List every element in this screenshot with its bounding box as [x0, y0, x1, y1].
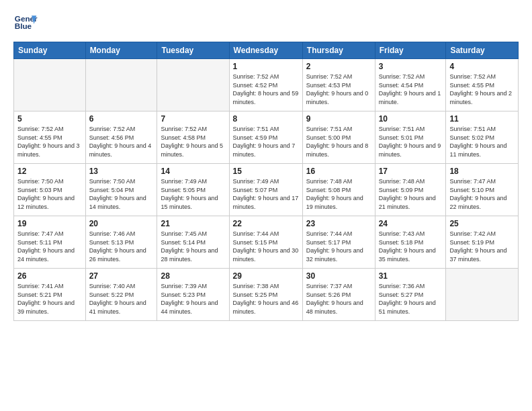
calendar-cell: 22Sunrise: 7:44 AM Sunset: 5:15 PM Dayli…: [229, 216, 302, 269]
day-info: Sunrise: 7:39 AM Sunset: 5:23 PM Dayligh…: [161, 282, 225, 316]
day-number: 21: [161, 219, 225, 228]
day-number: 10: [379, 114, 443, 124]
calendar-cell: 15Sunrise: 7:49 AM Sunset: 5:07 PM Dayli…: [229, 164, 302, 216]
day-info: Sunrise: 7:51 AM Sunset: 4:59 PM Dayligh…: [233, 125, 299, 158]
day-info: Sunrise: 7:51 AM Sunset: 5:02 PM Dayligh…: [449, 125, 515, 158]
calendar-cell: [85, 59, 157, 111]
calendar-cell: [14, 59, 86, 111]
calendar-cell: 31Sunrise: 7:36 AM Sunset: 5:27 PM Dayli…: [375, 269, 446, 321]
day-number: 3: [379, 62, 443, 71]
day-number: 25: [449, 219, 515, 228]
weekday-header-friday: Friday: [375, 42, 446, 59]
day-info: Sunrise: 7:52 AM Sunset: 4:53 PM Dayligh…: [306, 73, 371, 106]
day-info: Sunrise: 7:36 AM Sunset: 5:27 PM Dayligh…: [379, 282, 443, 316]
day-number: 29: [233, 271, 299, 281]
week-row-4: 19Sunrise: 7:47 AM Sunset: 5:11 PM Dayli…: [14, 216, 519, 269]
day-info: Sunrise: 7:52 AM Sunset: 4:55 PM Dayligh…: [17, 125, 82, 158]
day-info: Sunrise: 7:50 AM Sunset: 5:04 PM Dayligh…: [89, 177, 154, 211]
day-number: 16: [306, 167, 371, 176]
logo: General Blue: [13, 11, 38, 35]
calendar-cell: [157, 59, 229, 111]
calendar-cell: 16Sunrise: 7:48 AM Sunset: 5:08 PM Dayli…: [302, 164, 375, 216]
day-number: 4: [449, 62, 515, 71]
day-info: Sunrise: 7:51 AM Sunset: 5:00 PM Dayligh…: [306, 125, 371, 158]
calendar-cell: 10Sunrise: 7:51 AM Sunset: 5:01 PM Dayli…: [375, 111, 446, 164]
day-info: Sunrise: 7:48 AM Sunset: 5:08 PM Dayligh…: [306, 177, 371, 211]
calendar-cell: 14Sunrise: 7:49 AM Sunset: 5:05 PM Dayli…: [157, 164, 229, 216]
day-info: Sunrise: 7:51 AM Sunset: 5:01 PM Dayligh…: [379, 125, 443, 158]
day-info: Sunrise: 7:37 AM Sunset: 5:26 PM Dayligh…: [306, 282, 371, 316]
day-number: 28: [161, 271, 225, 281]
day-number: 6: [89, 114, 154, 124]
calendar-cell: 11Sunrise: 7:51 AM Sunset: 5:02 PM Dayli…: [446, 111, 519, 164]
weekday-header-wednesday: Wednesday: [229, 42, 302, 59]
weekday-header-thursday: Thursday: [302, 42, 375, 59]
calendar-cell: 6Sunrise: 7:52 AM Sunset: 4:56 PM Daylig…: [85, 111, 157, 164]
calendar-cell: 5Sunrise: 7:52 AM Sunset: 4:55 PM Daylig…: [14, 111, 86, 164]
weekday-header-sunday: Sunday: [14, 42, 86, 59]
day-number: 2: [306, 62, 371, 71]
calendar-cell: 20Sunrise: 7:46 AM Sunset: 5:13 PM Dayli…: [85, 216, 157, 269]
calendar-cell: 1Sunrise: 7:52 AM Sunset: 4:52 PM Daylig…: [229, 59, 302, 111]
calendar-cell: 12Sunrise: 7:50 AM Sunset: 5:03 PM Dayli…: [14, 164, 86, 216]
day-number: 7: [161, 114, 225, 124]
day-number: 9: [306, 114, 371, 124]
calendar-cell: 23Sunrise: 7:44 AM Sunset: 5:17 PM Dayli…: [302, 216, 375, 269]
calendar-cell: 13Sunrise: 7:50 AM Sunset: 5:04 PM Dayli…: [85, 164, 157, 216]
header: General Blue: [13, 11, 519, 35]
day-number: 1: [233, 62, 299, 71]
day-number: 15: [233, 167, 299, 176]
calendar-cell: 26Sunrise: 7:41 AM Sunset: 5:21 PM Dayli…: [14, 269, 86, 321]
weekday-header-tuesday: Tuesday: [157, 42, 229, 59]
day-number: 12: [17, 167, 82, 176]
day-number: 18: [449, 167, 515, 176]
day-info: Sunrise: 7:49 AM Sunset: 5:05 PM Dayligh…: [161, 177, 225, 211]
day-number: 13: [89, 167, 154, 176]
calendar-cell: 2Sunrise: 7:52 AM Sunset: 4:53 PM Daylig…: [302, 59, 375, 111]
day-info: Sunrise: 7:44 AM Sunset: 5:17 PM Dayligh…: [306, 230, 371, 263]
calendar-cell: 9Sunrise: 7:51 AM Sunset: 5:00 PM Daylig…: [302, 111, 375, 164]
day-info: Sunrise: 7:43 AM Sunset: 5:18 PM Dayligh…: [379, 230, 443, 263]
day-number: 14: [161, 167, 225, 176]
day-info: Sunrise: 7:52 AM Sunset: 4:56 PM Dayligh…: [89, 125, 154, 158]
day-info: Sunrise: 7:44 AM Sunset: 5:15 PM Dayligh…: [233, 230, 299, 263]
calendar-cell: 30Sunrise: 7:37 AM Sunset: 5:26 PM Dayli…: [302, 269, 375, 321]
day-info: Sunrise: 7:47 AM Sunset: 5:10 PM Dayligh…: [449, 177, 515, 211]
day-info: Sunrise: 7:45 AM Sunset: 5:14 PM Dayligh…: [161, 230, 225, 263]
day-info: Sunrise: 7:50 AM Sunset: 5:03 PM Dayligh…: [17, 177, 82, 211]
calendar-cell: 19Sunrise: 7:47 AM Sunset: 5:11 PM Dayli…: [14, 216, 86, 269]
day-info: Sunrise: 7:47 AM Sunset: 5:11 PM Dayligh…: [17, 230, 82, 263]
day-info: Sunrise: 7:38 AM Sunset: 5:25 PM Dayligh…: [233, 282, 299, 316]
page: General Blue SundayMondayTuesdayWednesda…: [0, 0, 532, 411]
day-number: 26: [17, 271, 82, 281]
day-number: 31: [379, 271, 443, 281]
day-info: Sunrise: 7:52 AM Sunset: 4:54 PM Dayligh…: [379, 73, 443, 106]
calendar-table: SundayMondayTuesdayWednesdayThursdayFrid…: [13, 42, 519, 321]
weekday-header-row: SundayMondayTuesdayWednesdayThursdayFrid…: [14, 42, 519, 59]
day-info: Sunrise: 7:46 AM Sunset: 5:13 PM Dayligh…: [89, 230, 154, 263]
day-number: 17: [379, 167, 443, 176]
day-number: 5: [17, 114, 82, 124]
day-number: 22: [233, 219, 299, 228]
calendar-cell: 29Sunrise: 7:38 AM Sunset: 5:25 PM Dayli…: [229, 269, 302, 321]
calendar-cell: 3Sunrise: 7:52 AM Sunset: 4:54 PM Daylig…: [375, 59, 446, 111]
logo-icon: General Blue: [13, 11, 38, 35]
day-number: 30: [306, 271, 371, 281]
calendar-cell: 24Sunrise: 7:43 AM Sunset: 5:18 PM Dayli…: [375, 216, 446, 269]
calendar-cell: 18Sunrise: 7:47 AM Sunset: 5:10 PM Dayli…: [446, 164, 519, 216]
day-info: Sunrise: 7:52 AM Sunset: 4:52 PM Dayligh…: [233, 73, 299, 106]
calendar-cell: 7Sunrise: 7:52 AM Sunset: 4:58 PM Daylig…: [157, 111, 229, 164]
calendar-cell: [446, 269, 519, 321]
week-row-5: 26Sunrise: 7:41 AM Sunset: 5:21 PM Dayli…: [14, 269, 519, 321]
calendar-cell: 27Sunrise: 7:40 AM Sunset: 5:22 PM Dayli…: [85, 269, 157, 321]
day-number: 8: [233, 114, 299, 124]
calendar-cell: 17Sunrise: 7:48 AM Sunset: 5:09 PM Dayli…: [375, 164, 446, 216]
calendar-cell: 8Sunrise: 7:51 AM Sunset: 4:59 PM Daylig…: [229, 111, 302, 164]
calendar-cell: 25Sunrise: 7:42 AM Sunset: 5:19 PM Dayli…: [446, 216, 519, 269]
calendar-cell: 21Sunrise: 7:45 AM Sunset: 5:14 PM Dayli…: [157, 216, 229, 269]
day-info: Sunrise: 7:40 AM Sunset: 5:22 PM Dayligh…: [89, 282, 154, 316]
calendar-cell: 4Sunrise: 7:52 AM Sunset: 4:55 PM Daylig…: [446, 59, 519, 111]
day-info: Sunrise: 7:41 AM Sunset: 5:21 PM Dayligh…: [17, 282, 82, 316]
day-info: Sunrise: 7:49 AM Sunset: 5:07 PM Dayligh…: [233, 177, 299, 211]
weekday-header-saturday: Saturday: [446, 42, 519, 59]
